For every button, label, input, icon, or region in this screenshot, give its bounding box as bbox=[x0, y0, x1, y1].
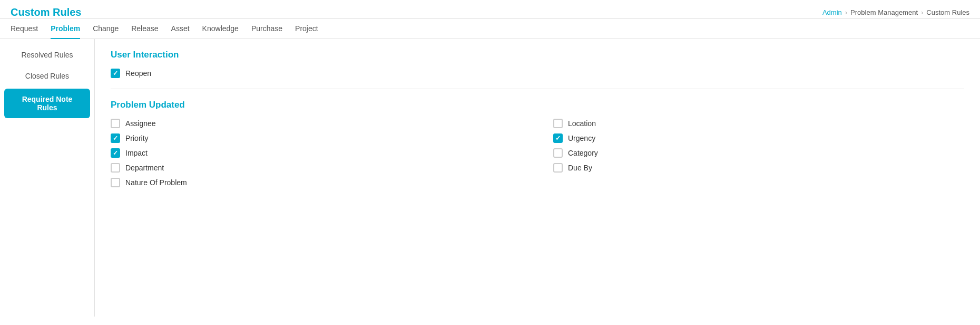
tab-purchase[interactable]: Purchase bbox=[251, 19, 282, 39]
nav-tabs: Request Problem Change Release Asset Kno… bbox=[0, 19, 980, 39]
impact-row: Impact bbox=[111, 148, 522, 158]
tab-release[interactable]: Release bbox=[131, 19, 158, 39]
assignee-label: Assignee bbox=[125, 119, 156, 128]
problem-updated-section: Problem Updated Assignee Priority Impact bbox=[111, 100, 964, 193]
user-interaction-title: User Interaction bbox=[111, 50, 964, 60]
impact-checkbox[interactable] bbox=[111, 148, 120, 158]
problem-updated-grid: Assignee Priority Impact Department bbox=[111, 119, 964, 193]
content-area: User Interaction Reopen Problem Updated … bbox=[95, 39, 980, 317]
tab-knowledge[interactable]: Knowledge bbox=[202, 19, 239, 39]
user-interaction-section: User Interaction Reopen bbox=[111, 50, 964, 78]
impact-label: Impact bbox=[125, 149, 148, 157]
tab-asset[interactable]: Asset bbox=[171, 19, 190, 39]
department-checkbox[interactable] bbox=[111, 163, 120, 173]
top-header: Custom Rules Admin › Problem Management … bbox=[0, 0, 980, 19]
location-row: Location bbox=[553, 119, 964, 128]
breadcrumb-sep1: › bbox=[845, 8, 847, 16]
sidebar: Resolved Rules Closed Rules Required Not… bbox=[0, 39, 95, 317]
breadcrumb: Admin › Problem Management › Custom Rule… bbox=[822, 8, 969, 16]
main-layout: Resolved Rules Closed Rules Required Not… bbox=[0, 39, 980, 317]
right-column: Location Urgency Category Due By bbox=[553, 119, 964, 193]
footer-actions: Update Cancel bbox=[0, 317, 980, 325]
app-title: Custom Rules bbox=[11, 6, 81, 18]
reopen-checkbox[interactable] bbox=[111, 69, 120, 78]
priority-label: Priority bbox=[125, 134, 149, 142]
tab-request[interactable]: Request bbox=[11, 19, 38, 39]
location-checkbox[interactable] bbox=[553, 119, 563, 128]
sidebar-item-required-note-rules[interactable]: Required Note Rules bbox=[4, 89, 90, 118]
tab-change[interactable]: Change bbox=[93, 19, 119, 39]
tab-problem[interactable]: Problem bbox=[51, 19, 80, 39]
priority-checkbox[interactable] bbox=[111, 133, 120, 143]
category-row: Category bbox=[553, 148, 964, 158]
reopen-row: Reopen bbox=[111, 69, 964, 78]
breadcrumb-admin: Admin bbox=[822, 8, 842, 16]
left-column: Assignee Priority Impact Department bbox=[111, 119, 522, 193]
category-label: Category bbox=[568, 149, 598, 157]
section-divider bbox=[111, 89, 964, 89]
tab-project[interactable]: Project bbox=[295, 19, 318, 39]
breadcrumb-custom-rules: Custom Rules bbox=[926, 8, 969, 16]
assignee-checkbox[interactable] bbox=[111, 119, 120, 128]
category-checkbox[interactable] bbox=[553, 148, 563, 158]
location-label: Location bbox=[568, 119, 596, 128]
due-by-row: Due By bbox=[553, 163, 964, 173]
nature-of-problem-checkbox[interactable] bbox=[111, 178, 120, 187]
department-row: Department bbox=[111, 163, 522, 173]
nature-of-problem-row: Nature Of Problem bbox=[111, 178, 522, 187]
department-label: Department bbox=[125, 164, 164, 172]
sidebar-item-resolved-rules[interactable]: Resolved Rules bbox=[0, 44, 94, 65]
due-by-label: Due By bbox=[568, 164, 592, 172]
breadcrumb-problem-mgmt: Problem Management bbox=[850, 8, 918, 16]
due-by-checkbox[interactable] bbox=[553, 163, 563, 173]
urgency-row: Urgency bbox=[553, 133, 964, 143]
urgency-label: Urgency bbox=[568, 134, 595, 142]
urgency-checkbox[interactable] bbox=[553, 133, 563, 143]
nature-of-problem-label: Nature Of Problem bbox=[125, 178, 187, 187]
priority-row: Priority bbox=[111, 133, 522, 143]
problem-updated-title: Problem Updated bbox=[111, 100, 964, 110]
breadcrumb-sep2: › bbox=[921, 8, 923, 16]
reopen-label: Reopen bbox=[125, 69, 151, 78]
assignee-row: Assignee bbox=[111, 119, 522, 128]
sidebar-item-closed-rules[interactable]: Closed Rules bbox=[0, 65, 94, 87]
